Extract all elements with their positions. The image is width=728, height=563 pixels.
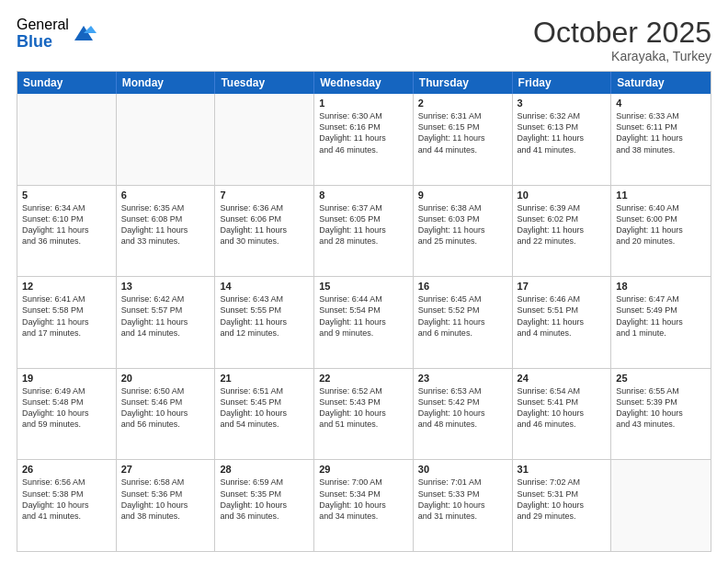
calendar-cell-r0-c5: 3Sunrise: 6:32 AMSunset: 6:13 PMDaylight…: [513, 94, 612, 185]
calendar-cell-r1-c0: 5Sunrise: 6:34 AMSunset: 6:10 PMDaylight…: [17, 186, 117, 277]
cell-info: Sunrise: 6:56 AMSunset: 5:38 PMDaylight:…: [22, 477, 111, 522]
calendar-cell-r1-c3: 8Sunrise: 6:37 AMSunset: 6:05 PMDaylight…: [314, 186, 414, 277]
calendar-cell-r1-c5: 10Sunrise: 6:39 AMSunset: 6:02 PMDayligh…: [513, 186, 612, 277]
calendar-cell-r1-c2: 7Sunrise: 6:36 AMSunset: 6:06 PMDaylight…: [215, 186, 314, 277]
day-number: 24: [518, 373, 607, 384]
calendar: Sunday Monday Tuesday Wednesday Thursday…: [17, 71, 711, 552]
day-number: 5: [22, 190, 111, 201]
calendar-cell-r2-c5: 17Sunrise: 6:46 AMSunset: 5:51 PMDayligh…: [513, 277, 612, 368]
cell-info: Sunrise: 6:39 AMSunset: 6:02 PMDaylight:…: [518, 202, 607, 247]
calendar-row-1: 5Sunrise: 6:34 AMSunset: 6:10 PMDaylight…: [17, 185, 711, 277]
day-number: 14: [220, 281, 309, 292]
cell-info: Sunrise: 6:44 AMSunset: 5:54 PMDaylight:…: [319, 293, 408, 339]
cell-info: Sunrise: 6:51 AMSunset: 5:45 PMDaylight:…: [220, 385, 309, 431]
calendar-cell-r4-c3: 29Sunrise: 7:00 AMSunset: 5:34 PMDayligh…: [314, 460, 414, 551]
cell-info: Sunrise: 7:00 AMSunset: 5:34 PMDaylight:…: [319, 477, 408, 522]
calendar-row-2: 12Sunrise: 6:41 AMSunset: 5:58 PMDayligh…: [17, 276, 711, 368]
cell-info: Sunrise: 6:46 AMSunset: 5:51 PMDaylight:…: [518, 293, 607, 339]
cell-info: Sunrise: 6:40 AMSunset: 6:00 PMDaylight:…: [616, 202, 706, 247]
calendar-row-0: 1Sunrise: 6:30 AMSunset: 6:16 PMDaylight…: [17, 94, 711, 185]
day-number: 12: [22, 281, 111, 292]
cell-info: Sunrise: 6:59 AMSunset: 5:35 PMDaylight:…: [220, 477, 309, 522]
calendar-cell-r2-c3: 15Sunrise: 6:44 AMSunset: 5:54 PMDayligh…: [314, 277, 414, 368]
calendar-cell-r4-c6: [611, 460, 711, 551]
day-number: 16: [418, 281, 507, 292]
header-wednesday: Wednesday: [314, 72, 414, 94]
logo-icon: [71, 20, 97, 46]
day-number: 7: [220, 190, 309, 201]
calendar-row-3: 19Sunrise: 6:49 AMSunset: 5:48 PMDayligh…: [17, 368, 711, 460]
cell-info: Sunrise: 6:33 AMSunset: 6:11 PMDaylight:…: [616, 110, 706, 155]
cell-info: Sunrise: 6:45 AMSunset: 5:52 PMDaylight:…: [418, 293, 507, 339]
day-number: 13: [121, 281, 210, 292]
cell-info: Sunrise: 7:02 AMSunset: 5:31 PMDaylight:…: [518, 477, 607, 522]
calendar-cell-r4-c0: 26Sunrise: 6:56 AMSunset: 5:38 PMDayligh…: [17, 460, 117, 551]
day-number: 22: [319, 373, 408, 384]
day-number: 2: [418, 98, 507, 109]
day-number: 1: [319, 98, 408, 109]
day-number: 31: [518, 464, 607, 475]
calendar-cell-r2-c6: 18Sunrise: 6:47 AMSunset: 5:49 PMDayligh…: [611, 277, 711, 368]
day-number: 29: [319, 464, 408, 475]
header-monday: Monday: [117, 72, 216, 94]
cell-info: Sunrise: 6:47 AMSunset: 5:49 PMDaylight:…: [616, 293, 706, 339]
day-number: 27: [121, 464, 210, 475]
header-thursday: Thursday: [414, 72, 513, 94]
day-number: 23: [418, 373, 507, 384]
calendar-cell-r2-c0: 12Sunrise: 6:41 AMSunset: 5:58 PMDayligh…: [17, 277, 117, 368]
calendar-cell-r0-c3: 1Sunrise: 6:30 AMSunset: 6:16 PMDaylight…: [314, 94, 414, 185]
calendar-cell-r0-c2: [215, 94, 314, 185]
header: General Blue October 2025 Karayaka, Turk…: [17, 17, 711, 63]
header-sunday: Sunday: [17, 72, 117, 94]
calendar-cell-r3-c6: 25Sunrise: 6:55 AMSunset: 5:39 PMDayligh…: [611, 369, 711, 460]
calendar-cell-r2-c1: 13Sunrise: 6:42 AMSunset: 5:57 PMDayligh…: [117, 277, 216, 368]
calendar-cell-r4-c2: 28Sunrise: 6:59 AMSunset: 5:35 PMDayligh…: [215, 460, 314, 551]
calendar-cell-r0-c0: [17, 94, 117, 185]
cell-info: Sunrise: 6:31 AMSunset: 6:15 PMDaylight:…: [418, 110, 507, 155]
calendar-cell-r3-c0: 19Sunrise: 6:49 AMSunset: 5:48 PMDayligh…: [17, 369, 117, 460]
cell-info: Sunrise: 6:50 AMSunset: 5:46 PMDaylight:…: [121, 385, 210, 431]
day-number: 4: [616, 98, 706, 109]
cell-info: Sunrise: 6:42 AMSunset: 5:57 PMDaylight:…: [121, 293, 210, 339]
cell-info: Sunrise: 6:53 AMSunset: 5:42 PMDaylight:…: [418, 385, 507, 431]
day-number: 10: [518, 190, 607, 201]
day-number: 6: [121, 190, 210, 201]
title-area: October 2025 Karayaka, Turkey: [533, 17, 711, 63]
cell-info: Sunrise: 6:35 AMSunset: 6:08 PMDaylight:…: [121, 202, 210, 247]
day-number: 26: [22, 464, 111, 475]
calendar-cell-r4-c5: 31Sunrise: 7:02 AMSunset: 5:31 PMDayligh…: [513, 460, 612, 551]
header-friday: Friday: [513, 72, 612, 94]
cell-info: Sunrise: 6:49 AMSunset: 5:48 PMDaylight:…: [22, 385, 111, 431]
calendar-cell-r3-c3: 22Sunrise: 6:52 AMSunset: 5:43 PMDayligh…: [314, 369, 414, 460]
logo: General Blue: [17, 17, 97, 51]
day-number: 9: [418, 190, 507, 201]
calendar-cell-r0-c1: [117, 94, 216, 185]
cell-info: Sunrise: 6:55 AMSunset: 5:39 PMDaylight:…: [616, 385, 706, 431]
cell-info: Sunrise: 6:36 AMSunset: 6:06 PMDaylight:…: [220, 202, 309, 247]
day-number: 20: [121, 373, 210, 384]
cell-info: Sunrise: 6:38 AMSunset: 6:03 PMDaylight:…: [418, 202, 507, 247]
page: General Blue October 2025 Karayaka, Turk…: [0, 0, 728, 563]
logo-general: General: [17, 17, 69, 33]
logo-text: General Blue: [17, 17, 69, 51]
day-number: 28: [220, 464, 309, 475]
calendar-cell-r3-c4: 23Sunrise: 6:53 AMSunset: 5:42 PMDayligh…: [414, 369, 513, 460]
day-number: 8: [319, 190, 408, 201]
day-number: 17: [518, 281, 607, 292]
location: Karayaka, Turkey: [533, 49, 711, 63]
calendar-row-4: 26Sunrise: 6:56 AMSunset: 5:38 PMDayligh…: [17, 459, 711, 551]
calendar-cell-r1-c1: 6Sunrise: 6:35 AMSunset: 6:08 PMDaylight…: [117, 186, 216, 277]
calendar-cell-r3-c2: 21Sunrise: 6:51 AMSunset: 5:45 PMDayligh…: [215, 369, 314, 460]
calendar-cell-r1-c6: 11Sunrise: 6:40 AMSunset: 6:00 PMDayligh…: [611, 186, 711, 277]
day-number: 15: [319, 281, 408, 292]
calendar-cell-r0-c6: 4Sunrise: 6:33 AMSunset: 6:11 PMDaylight…: [611, 94, 711, 185]
header-saturday: Saturday: [611, 72, 711, 94]
day-number: 18: [616, 281, 706, 292]
cell-info: Sunrise: 6:52 AMSunset: 5:43 PMDaylight:…: [319, 385, 408, 431]
cell-info: Sunrise: 6:43 AMSunset: 5:55 PMDaylight:…: [220, 293, 309, 339]
cell-info: Sunrise: 6:41 AMSunset: 5:58 PMDaylight:…: [22, 293, 111, 339]
calendar-cell-r0-c4: 2Sunrise: 6:31 AMSunset: 6:15 PMDaylight…: [414, 94, 513, 185]
cell-info: Sunrise: 6:34 AMSunset: 6:10 PMDaylight:…: [22, 202, 111, 247]
cell-info: Sunrise: 6:30 AMSunset: 6:16 PMDaylight:…: [319, 110, 408, 155]
day-number: 25: [616, 373, 706, 384]
